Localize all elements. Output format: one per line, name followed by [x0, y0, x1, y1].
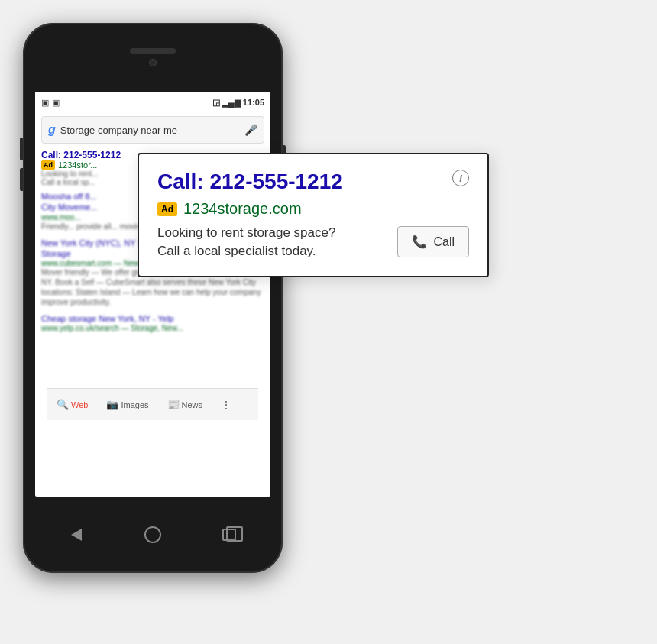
popup-desc-line2: Call a local specialist today. [157, 244, 316, 258]
nav-label-web: Web [71, 400, 88, 409]
result-url-3: www.yelp.co.uk/search — Storage, New... [41, 324, 264, 332]
status-left: ▣ ▣ [41, 98, 60, 108]
result-title-3: Cheap storage New York, NY - Yelp [41, 313, 264, 324]
vol-up-button[interactable] [20, 138, 23, 160]
popup-top-row: Call: 212-555-1212 i [157, 170, 469, 194]
camera-nav-icon: 📷 [106, 399, 118, 410]
call-phone-icon: 📞 [412, 235, 427, 249]
popup-description: Looking to rent storage space? Call a lo… [157, 224, 382, 261]
wifi-icon: ◲ [212, 98, 220, 108]
home-button[interactable] [142, 524, 163, 545]
status-bar: ▣ ▣ ◲ ▂▄▆ 11:05 [35, 92, 270, 113]
ad-site: 1234stor... [58, 160, 97, 170]
scene: ▣ ▣ ◲ ▂▄▆ 11:05 g Storage company near m… [0, 0, 657, 644]
nav-item-images[interactable]: 📷 Images [102, 396, 153, 413]
google-logo: g [48, 123, 56, 137]
popup-site: 1234storage.com [183, 200, 302, 218]
more-icon: ⋮ [221, 399, 232, 411]
phone-speaker [130, 48, 176, 54]
popup-desc-line1: Looking to rent storage space? [157, 225, 335, 240]
popup-bottom-row: Looking to rent storage space? Call a lo… [157, 224, 469, 261]
phone-top-bar [23, 23, 283, 92]
phone-device: ▣ ▣ ◲ ▂▄▆ 11:05 g Storage company near m… [23, 23, 283, 573]
popup-ad-row: Ad 1234storage.com [157, 200, 469, 218]
mic-icon[interactable]: 🎤 [244, 124, 257, 136]
ad-badge: Ad [41, 160, 55, 170]
phone-bottom-buttons [23, 497, 283, 573]
popup-phone-number: Call: 212-555-1212 [157, 170, 343, 194]
search-query: Storage company near me [60, 125, 240, 136]
call-button[interactable]: 📞 Call [397, 226, 469, 257]
news-nav-icon: 📰 [167, 399, 180, 410]
nav-label-images: Images [121, 400, 148, 409]
ad-popup-card: Call: 212-555-1212 i Ad 1234storage.com … [138, 153, 489, 277]
call-button-label: Call [433, 235, 455, 249]
back-button[interactable] [66, 524, 87, 545]
nav-label-news: News [182, 400, 203, 409]
organic-result-3[interactable]: Cheap storage New York, NY - Yelp www.ye… [41, 313, 264, 332]
notification-icon-1: ▣ [41, 98, 49, 108]
bottom-nav: 🔍 Web 📷 Images 📰 News ⋮ [47, 388, 258, 420]
signal-bars: ▂▄▆ [222, 98, 241, 108]
nav-item-web[interactable]: 🔍 Web [52, 396, 92, 413]
search-nav-icon: 🔍 [57, 399, 69, 410]
vol-down-button[interactable] [20, 168, 23, 191]
info-icon[interactable]: i [452, 170, 469, 186]
status-right: ◲ ▂▄▆ 11:05 [212, 98, 264, 108]
recents-button[interactable] [218, 524, 240, 545]
popup-ad-badge: Ad [157, 202, 177, 216]
nav-item-news[interactable]: 📰 News [163, 396, 208, 413]
phone-camera [149, 59, 157, 66]
nav-more[interactable]: ⋮ [216, 396, 237, 414]
search-bar[interactable]: g Storage company near me 🎤 [41, 116, 264, 144]
notification-icon-2: ▣ [52, 98, 60, 108]
time-display: 11:05 [243, 98, 264, 107]
